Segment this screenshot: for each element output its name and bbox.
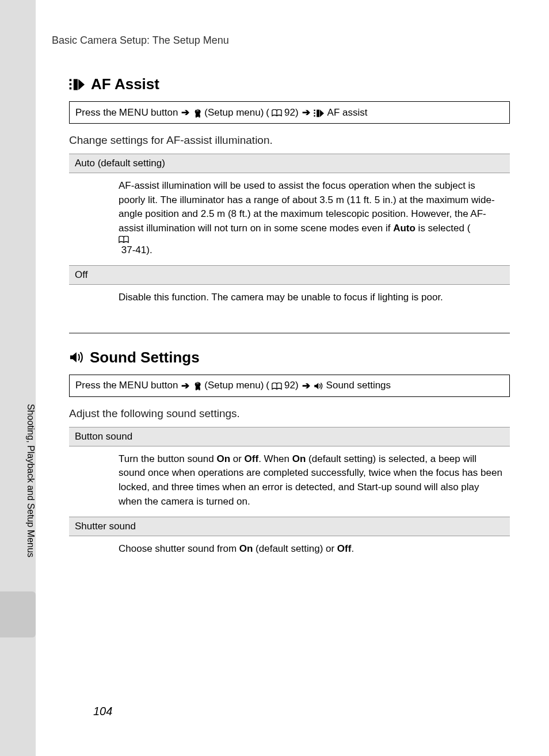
desc-text: is selected ( bbox=[415, 223, 470, 234]
section-af-assist: AF Assist Press the MENU button ➔ (Setup… bbox=[69, 75, 510, 313]
nav-text: Press the bbox=[75, 380, 117, 391]
option-header: Button sound bbox=[69, 427, 510, 446]
arrow-right-icon: ➔ bbox=[301, 106, 311, 119]
desc-text: Choose shutter sound from On (default se… bbox=[69, 536, 510, 564]
nav-text: ( bbox=[266, 107, 269, 119]
page-number: 104 bbox=[93, 705, 112, 718]
option-description: Turn the button sound On or Off. When On… bbox=[69, 446, 510, 517]
wrench-icon bbox=[193, 381, 202, 391]
af-assist-icon bbox=[314, 109, 325, 118]
nav-text: (Setup menu) bbox=[204, 380, 264, 391]
page-body: Basic Camera Setup: The Setup Menu AF As… bbox=[36, 0, 549, 756]
sound-icon bbox=[314, 382, 324, 390]
side-tab: Shooting, Playback and Setup Menus bbox=[0, 402, 36, 639]
nav-tail: AF assist bbox=[327, 107, 368, 119]
section-divider bbox=[69, 333, 510, 334]
option-name: Button sound bbox=[69, 427, 510, 446]
option-header: Shutter sound bbox=[69, 517, 510, 536]
desc-text: Turn the button sound On or Off. When On… bbox=[69, 446, 510, 517]
option-name: Shutter sound bbox=[69, 517, 510, 536]
section-sound-settings: Sound Settings Press the MENU button ➔ (… bbox=[69, 349, 510, 564]
section-intro: Adjust the following sound settings. bbox=[69, 407, 510, 420]
section-intro: Change settings for AF-assist illuminati… bbox=[69, 134, 510, 147]
running-head: Basic Camera Setup: The Setup Menu bbox=[52, 35, 510, 47]
desc-text: Disable this function. The camera may be… bbox=[119, 292, 443, 303]
section-title-text: AF Assist bbox=[91, 75, 159, 93]
arrow-right-icon: ➔ bbox=[180, 106, 190, 119]
arrow-right-icon: ➔ bbox=[301, 380, 311, 392]
option-header: Auto (default setting) bbox=[69, 154, 510, 173]
nav-tail: Sound settings bbox=[326, 380, 391, 391]
nav-text: (Setup menu) bbox=[204, 107, 264, 119]
option-description: Disable this function. The camera may be… bbox=[69, 285, 510, 313]
sound-icon bbox=[69, 351, 85, 364]
book-icon bbox=[272, 109, 282, 117]
side-tab-thumb bbox=[0, 591, 36, 637]
af-assist-icon bbox=[69, 78, 86, 91]
arrow-right-icon: ➔ bbox=[180, 380, 190, 392]
nav-path: Press the MENU button ➔ (Setup menu) ( 9… bbox=[69, 101, 510, 124]
nav-path: Press the MENU button ➔ (Setup menu) ( 9… bbox=[69, 375, 510, 397]
section-title-text: Sound Settings bbox=[90, 349, 200, 366]
wrench-icon bbox=[193, 109, 202, 118]
side-tab-label: Shooting, Playback and Setup Menus bbox=[16, 402, 36, 585]
book-icon bbox=[272, 383, 282, 390]
nav-text: ( bbox=[266, 380, 269, 391]
options-table: Auto (default setting) AF-assist illumin… bbox=[69, 154, 510, 313]
option-description: AF-assist illumination will be used to a… bbox=[69, 173, 510, 266]
option-header: Off bbox=[69, 266, 510, 285]
desc-ref: 37-41). bbox=[121, 245, 152, 255]
options-table: Button sound Turn the button sound On or… bbox=[69, 427, 510, 564]
nav-text: button bbox=[151, 107, 178, 119]
nav-text: button bbox=[151, 380, 178, 391]
option-name: Auto (default setting) bbox=[69, 154, 510, 173]
section-title: Sound Settings bbox=[69, 349, 510, 366]
option-description: Choose shutter sound from On (default se… bbox=[69, 536, 510, 564]
page-ref: 92) bbox=[284, 107, 299, 119]
section-title: AF Assist bbox=[69, 75, 510, 93]
page-ref: 92) bbox=[284, 380, 299, 391]
option-name: Off bbox=[69, 266, 510, 285]
menu-button-label: MENU bbox=[119, 107, 148, 119]
desc-bold: Auto bbox=[393, 223, 415, 234]
menu-button-label: MENU bbox=[119, 380, 148, 391]
book-icon bbox=[119, 236, 504, 243]
nav-text: Press the bbox=[75, 107, 117, 119]
